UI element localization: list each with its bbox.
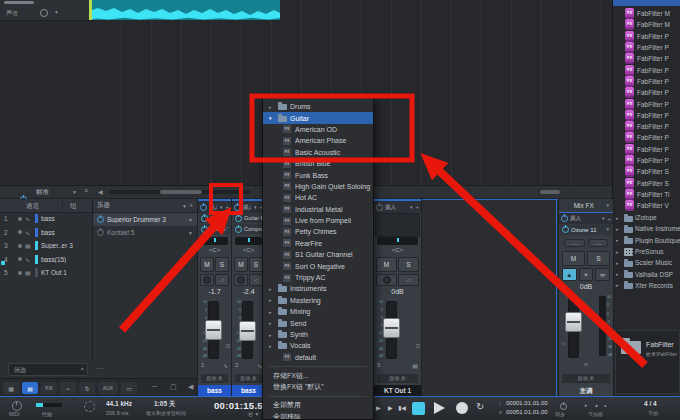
power-icon[interactable]: [235, 215, 242, 222]
insert-header[interactable]: 插入 ▼ +: [232, 199, 265, 213]
menu-preset-item[interactable]: FX Trippy AC: [263, 272, 373, 283]
return-to-start-icon[interactable]: ▮◀: [398, 404, 406, 411]
power-icon[interactable]: [376, 204, 383, 211]
browser-vendor-folder[interactable]: ▸ Native Instruments: [613, 223, 680, 234]
menu-folder-item[interactable]: ▸ Instruments: [263, 283, 373, 294]
insert-slot[interactable]: Ozone 11 ▼: [560, 224, 612, 235]
menu-disable-all[interactable]: 全部禁用: [263, 400, 373, 411]
track-record-button[interactable]: [40, 9, 48, 17]
browser-plugin-item[interactable]: FX FabFilter P: [613, 155, 680, 166]
monitor-button[interactable]: ◁: [249, 274, 263, 286]
record-dot-icon[interactable]: [18, 230, 22, 234]
menu-icon[interactable]: ≡: [84, 187, 88, 194]
chevron-down-icon[interactable]: ▼: [54, 9, 59, 15]
menu-preset-item[interactable]: FX Basic Acoustic: [263, 147, 373, 158]
chevron-down-icon[interactable]: ▼: [606, 227, 610, 232]
power-icon[interactable]: [97, 229, 104, 236]
gain-value[interactable]: 0dB: [559, 283, 613, 293]
gain-value[interactable]: 0dB: [374, 288, 421, 298]
stop-button[interactable]: [412, 402, 425, 415]
insert-slot[interactable]: Guitar R: [199, 213, 230, 223]
tab-instruments[interactable]: ▤: [22, 382, 38, 394]
browser-plugin-item[interactable]: FX FabFilter P: [613, 132, 680, 143]
browser-plugin-item[interactable]: FX FabFilter P: [613, 76, 680, 87]
record-dot-icon[interactable]: [18, 244, 22, 248]
menu-folder-drums[interactable]: ▸ Drums: [263, 101, 373, 112]
next-marker-icon[interactable]: ▶: [388, 404, 393, 411]
browser-vendor-folder[interactable]: ▸ Scaler Music: [613, 257, 680, 268]
insert-slot[interactable]: Guitar Ri: [233, 213, 264, 223]
power-icon[interactable]: [97, 216, 104, 223]
pan-slider[interactable]: [235, 237, 262, 245]
play-button[interactable]: [434, 402, 445, 414]
tab-aux[interactable]: AUX: [98, 382, 118, 394]
link-button[interactable]: ∞: [595, 268, 610, 281]
browser-plugin-item[interactable]: FX FabFilter Ti: [613, 189, 680, 200]
power-icon[interactable]: [201, 226, 208, 233]
clear-icon[interactable]: ×: [80, 366, 84, 372]
menu-folder-item[interactable]: ▸ Mixing: [263, 306, 373, 317]
instrument-row[interactable]: Kontakt 5 ▼: [93, 226, 197, 239]
audio-clip-waveform[interactable]: [92, 0, 280, 20]
record-arm-button[interactable]: [376, 274, 397, 286]
browser-plugin-item[interactable]: FX FabFilter P: [613, 110, 680, 121]
solo-button[interactable]: S: [398, 257, 419, 272]
chevron-down-icon[interactable]: ▼: [601, 216, 605, 221]
tab-io[interactable]: ⇅: [79, 382, 95, 394]
browser-plugin-item[interactable]: FX FabFilter P: [613, 144, 680, 155]
fader-cap[interactable]: [239, 321, 256, 341]
expand-arrow-icon[interactable]: ▸: [616, 282, 622, 288]
pan-slider[interactable]: [201, 237, 228, 245]
record-dot-icon[interactable]: [18, 217, 22, 221]
chevron-down-icon[interactable]: ▼: [188, 230, 193, 236]
browser-plugin-item[interactable]: FX FabFilter S: [613, 166, 680, 177]
dim-button[interactable]: ⌖: [579, 268, 594, 281]
performance-meter[interactable]: [36, 403, 62, 407]
gain-value[interactable]: -2.4: [232, 288, 265, 298]
console-hscrollbar[interactable]: [110, 190, 250, 194]
solo-button[interactable]: S: [215, 257, 229, 272]
browser-vendor-folder[interactable]: ▸ iZotope: [613, 212, 680, 223]
expand-arrow-icon[interactable]: ▸: [616, 237, 622, 243]
chevron-down-icon[interactable]: ▼: [606, 203, 610, 208]
browser-vendor-folder[interactable]: ▸ PreSonus: [613, 246, 680, 257]
precount-icon[interactable]: ●: [584, 402, 587, 408]
menu-default-preset[interactable]: FX default: [263, 352, 373, 363]
add-instrument-icon[interactable]: +: [189, 202, 193, 209]
time-unit[interactable]: 秒 ▼: [248, 411, 259, 417]
menu-preset-item[interactable]: FX Hot AC: [263, 192, 373, 203]
tab-buses[interactable]: ⌁: [60, 382, 76, 394]
monitor-button[interactable]: ◁: [215, 274, 229, 286]
record-arm-button[interactable]: [234, 274, 248, 286]
mute-button[interactable]: M: [376, 257, 397, 272]
pan-value[interactable]: <C>: [232, 247, 265, 256]
menu-folder-item[interactable]: ▸ Send: [263, 317, 373, 328]
tab-stereo[interactable]: ▭: [121, 382, 137, 394]
browser-plugin-item[interactable]: FX FabFilter S: [613, 177, 680, 188]
chevron-down-icon[interactable]: ▼: [253, 205, 257, 210]
menu-preset-item[interactable]: FX Industrial Metal: [263, 204, 373, 215]
browser-vendor-folder[interactable]: ▸ Plugin Boutique: [613, 235, 680, 246]
record-button[interactable]: [456, 402, 468, 414]
expand-arrow-icon[interactable]: ▸: [616, 260, 622, 266]
monitor-button[interactable]: ◁: [398, 274, 419, 286]
scroll-left-icon[interactable]: ◀: [98, 188, 103, 195]
scroll-left-icon[interactable]: ◀: [188, 383, 193, 391]
instrument-row[interactable]: Superior Drummer 3 ▼: [93, 213, 197, 226]
menu-preset-item[interactable]: FX High Gain Quiet Soloing: [263, 181, 373, 192]
power-icon[interactable]: [234, 204, 241, 211]
filter-input[interactable]: 筛选 ×: [8, 363, 88, 376]
add-insert-icon[interactable]: +: [415, 204, 419, 210]
expand-arrow-icon[interactable]: ▸: [616, 249, 622, 255]
menu-replace-fx-chain[interactable]: 替换FX链 "默认": [263, 381, 373, 392]
power-icon[interactable]: [201, 215, 208, 222]
loop-icon[interactable]: ↻: [476, 401, 484, 412]
channel-row[interactable]: 1 ∿ bass: [0, 212, 92, 226]
automation-mode[interactable]: 自动 关: [234, 373, 263, 384]
pan-slider[interactable]: [377, 237, 418, 245]
expand-arrow-icon[interactable]: ▸: [616, 271, 622, 277]
power-icon[interactable]: [235, 226, 242, 233]
menu-store-fx-chain[interactable]: 存储FX链...: [263, 370, 373, 381]
browser-vendor-folder[interactable]: ▸ Valhalla DSP: [613, 268, 680, 279]
loop-end-value[interactable]: 00051.01.01.00: [506, 409, 548, 415]
